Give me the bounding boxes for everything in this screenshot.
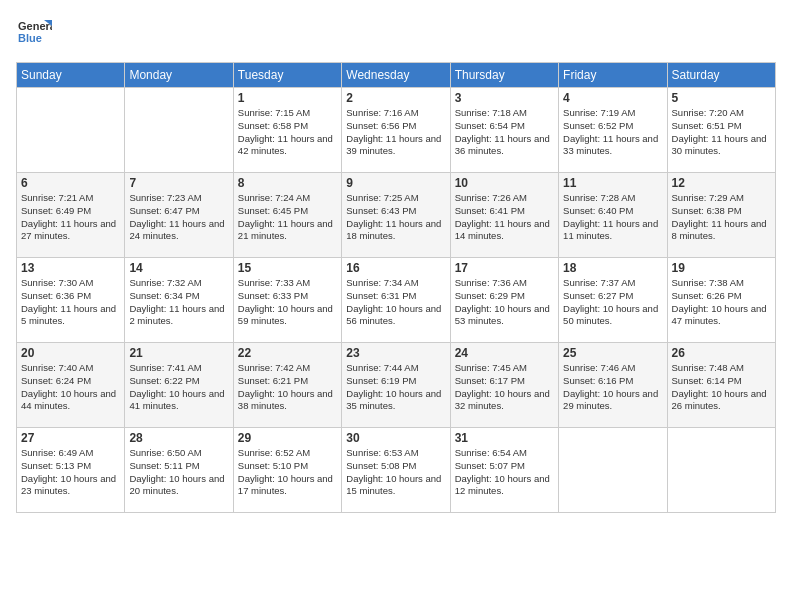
day-number: 4: [563, 91, 662, 105]
day-number: 26: [672, 346, 771, 360]
day-number: 20: [21, 346, 120, 360]
day-cell: [559, 428, 667, 513]
day-detail: Sunrise: 7:38 AM Sunset: 6:26 PM Dayligh…: [672, 277, 771, 328]
day-cell: 24Sunrise: 7:45 AM Sunset: 6:17 PM Dayli…: [450, 343, 558, 428]
day-cell: 26Sunrise: 7:48 AM Sunset: 6:14 PM Dayli…: [667, 343, 775, 428]
week-row-2: 6Sunrise: 7:21 AM Sunset: 6:49 PM Daylig…: [17, 173, 776, 258]
day-detail: Sunrise: 7:28 AM Sunset: 6:40 PM Dayligh…: [563, 192, 662, 243]
day-number: 14: [129, 261, 228, 275]
day-cell: 31Sunrise: 6:54 AM Sunset: 5:07 PM Dayli…: [450, 428, 558, 513]
day-detail: Sunrise: 7:37 AM Sunset: 6:27 PM Dayligh…: [563, 277, 662, 328]
day-number: 18: [563, 261, 662, 275]
day-detail: Sunrise: 7:29 AM Sunset: 6:38 PM Dayligh…: [672, 192, 771, 243]
day-number: 17: [455, 261, 554, 275]
day-number: 30: [346, 431, 445, 445]
day-header-thursday: Thursday: [450, 63, 558, 88]
day-header-sunday: Sunday: [17, 63, 125, 88]
day-cell: 18Sunrise: 7:37 AM Sunset: 6:27 PM Dayli…: [559, 258, 667, 343]
day-header-monday: Monday: [125, 63, 233, 88]
day-cell: 16Sunrise: 7:34 AM Sunset: 6:31 PM Dayli…: [342, 258, 450, 343]
day-detail: Sunrise: 7:19 AM Sunset: 6:52 PM Dayligh…: [563, 107, 662, 158]
day-detail: Sunrise: 7:15 AM Sunset: 6:58 PM Dayligh…: [238, 107, 337, 158]
svg-text:Blue: Blue: [18, 32, 42, 44]
day-header-wednesday: Wednesday: [342, 63, 450, 88]
day-cell: 17Sunrise: 7:36 AM Sunset: 6:29 PM Dayli…: [450, 258, 558, 343]
day-detail: Sunrise: 7:46 AM Sunset: 6:16 PM Dayligh…: [563, 362, 662, 413]
day-number: 10: [455, 176, 554, 190]
day-number: 22: [238, 346, 337, 360]
day-cell: 28Sunrise: 6:50 AM Sunset: 5:11 PM Dayli…: [125, 428, 233, 513]
day-number: 23: [346, 346, 445, 360]
calendar-table: SundayMondayTuesdayWednesdayThursdayFrid…: [16, 62, 776, 513]
day-cell: 7Sunrise: 7:23 AM Sunset: 6:47 PM Daylig…: [125, 173, 233, 258]
week-row-3: 13Sunrise: 7:30 AM Sunset: 6:36 PM Dayli…: [17, 258, 776, 343]
day-cell: 15Sunrise: 7:33 AM Sunset: 6:33 PM Dayli…: [233, 258, 341, 343]
day-number: 15: [238, 261, 337, 275]
day-number: 25: [563, 346, 662, 360]
day-detail: Sunrise: 7:32 AM Sunset: 6:34 PM Dayligh…: [129, 277, 228, 328]
day-number: 21: [129, 346, 228, 360]
day-cell: 27Sunrise: 6:49 AM Sunset: 5:13 PM Dayli…: [17, 428, 125, 513]
day-detail: Sunrise: 6:50 AM Sunset: 5:11 PM Dayligh…: [129, 447, 228, 498]
day-cell: 9Sunrise: 7:25 AM Sunset: 6:43 PM Daylig…: [342, 173, 450, 258]
page-header: General Blue: [16, 16, 776, 52]
day-cell: [17, 88, 125, 173]
day-detail: Sunrise: 7:23 AM Sunset: 6:47 PM Dayligh…: [129, 192, 228, 243]
day-detail: Sunrise: 7:42 AM Sunset: 6:21 PM Dayligh…: [238, 362, 337, 413]
day-cell: [667, 428, 775, 513]
day-cell: 8Sunrise: 7:24 AM Sunset: 6:45 PM Daylig…: [233, 173, 341, 258]
day-number: 29: [238, 431, 337, 445]
day-detail: Sunrise: 7:26 AM Sunset: 6:41 PM Dayligh…: [455, 192, 554, 243]
day-number: 6: [21, 176, 120, 190]
day-number: 12: [672, 176, 771, 190]
day-cell: 10Sunrise: 7:26 AM Sunset: 6:41 PM Dayli…: [450, 173, 558, 258]
day-detail: Sunrise: 7:41 AM Sunset: 6:22 PM Dayligh…: [129, 362, 228, 413]
day-detail: Sunrise: 7:44 AM Sunset: 6:19 PM Dayligh…: [346, 362, 445, 413]
day-cell: 30Sunrise: 6:53 AM Sunset: 5:08 PM Dayli…: [342, 428, 450, 513]
day-number: 11: [563, 176, 662, 190]
day-detail: Sunrise: 7:16 AM Sunset: 6:56 PM Dayligh…: [346, 107, 445, 158]
day-number: 13: [21, 261, 120, 275]
day-detail: Sunrise: 7:30 AM Sunset: 6:36 PM Dayligh…: [21, 277, 120, 328]
day-cell: 20Sunrise: 7:40 AM Sunset: 6:24 PM Dayli…: [17, 343, 125, 428]
week-row-1: 1Sunrise: 7:15 AM Sunset: 6:58 PM Daylig…: [17, 88, 776, 173]
day-detail: Sunrise: 6:49 AM Sunset: 5:13 PM Dayligh…: [21, 447, 120, 498]
day-detail: Sunrise: 7:33 AM Sunset: 6:33 PM Dayligh…: [238, 277, 337, 328]
day-detail: Sunrise: 7:18 AM Sunset: 6:54 PM Dayligh…: [455, 107, 554, 158]
day-cell: 1Sunrise: 7:15 AM Sunset: 6:58 PM Daylig…: [233, 88, 341, 173]
day-number: 8: [238, 176, 337, 190]
day-cell: 23Sunrise: 7:44 AM Sunset: 6:19 PM Dayli…: [342, 343, 450, 428]
day-cell: 29Sunrise: 6:52 AM Sunset: 5:10 PM Dayli…: [233, 428, 341, 513]
day-number: 7: [129, 176, 228, 190]
logo-icon: General Blue: [16, 16, 52, 52]
day-number: 28: [129, 431, 228, 445]
day-number: 5: [672, 91, 771, 105]
day-cell: 13Sunrise: 7:30 AM Sunset: 6:36 PM Dayli…: [17, 258, 125, 343]
day-cell: 3Sunrise: 7:18 AM Sunset: 6:54 PM Daylig…: [450, 88, 558, 173]
day-detail: Sunrise: 6:52 AM Sunset: 5:10 PM Dayligh…: [238, 447, 337, 498]
day-cell: 11Sunrise: 7:28 AM Sunset: 6:40 PM Dayli…: [559, 173, 667, 258]
day-number: 24: [455, 346, 554, 360]
day-number: 19: [672, 261, 771, 275]
day-detail: Sunrise: 7:34 AM Sunset: 6:31 PM Dayligh…: [346, 277, 445, 328]
day-number: 1: [238, 91, 337, 105]
logo: General Blue: [16, 16, 56, 52]
day-number: 31: [455, 431, 554, 445]
day-detail: Sunrise: 7:24 AM Sunset: 6:45 PM Dayligh…: [238, 192, 337, 243]
day-cell: 14Sunrise: 7:32 AM Sunset: 6:34 PM Dayli…: [125, 258, 233, 343]
day-header-saturday: Saturday: [667, 63, 775, 88]
day-cell: 2Sunrise: 7:16 AM Sunset: 6:56 PM Daylig…: [342, 88, 450, 173]
day-number: 16: [346, 261, 445, 275]
day-detail: Sunrise: 7:40 AM Sunset: 6:24 PM Dayligh…: [21, 362, 120, 413]
day-header-tuesday: Tuesday: [233, 63, 341, 88]
day-detail: Sunrise: 7:45 AM Sunset: 6:17 PM Dayligh…: [455, 362, 554, 413]
day-cell: 22Sunrise: 7:42 AM Sunset: 6:21 PM Dayli…: [233, 343, 341, 428]
week-row-4: 20Sunrise: 7:40 AM Sunset: 6:24 PM Dayli…: [17, 343, 776, 428]
day-header-friday: Friday: [559, 63, 667, 88]
day-detail: Sunrise: 7:21 AM Sunset: 6:49 PM Dayligh…: [21, 192, 120, 243]
day-detail: Sunrise: 7:36 AM Sunset: 6:29 PM Dayligh…: [455, 277, 554, 328]
day-cell: 6Sunrise: 7:21 AM Sunset: 6:49 PM Daylig…: [17, 173, 125, 258]
day-detail: Sunrise: 7:25 AM Sunset: 6:43 PM Dayligh…: [346, 192, 445, 243]
day-cell: [125, 88, 233, 173]
day-cell: 12Sunrise: 7:29 AM Sunset: 6:38 PM Dayli…: [667, 173, 775, 258]
